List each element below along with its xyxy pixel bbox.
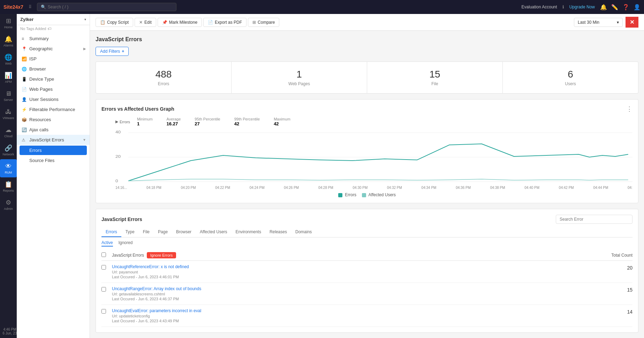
select-all-checkbox[interactable] [101, 252, 106, 257]
error-date-0: Last Occured - Jun 6, 2023 4:46:01 PM [112, 275, 179, 279]
nav-item-js-errors[interactable]: ⚠ JavaScript Errors ▼ [17, 135, 90, 145]
compare-button[interactable]: ⊞ Compare [248, 18, 279, 27]
nav-item-device-type[interactable]: 📱 Device Type [17, 74, 90, 84]
nav-item-filterable-perf[interactable]: ⚡ Filterable Performance [17, 104, 90, 115]
help-circle-icon[interactable]: ❓ [622, 4, 629, 10]
nav-item-user-sessions[interactable]: 👤 User Sessions [17, 94, 90, 104]
error-url-1: Url: getavailablescreens.cshtml [112, 292, 165, 296]
ignore-errors-button[interactable]: Ignore Errors [147, 252, 176, 258]
sidebar-item-rum[interactable]: 👁 RUM [0, 159, 17, 177]
resources-icon: 📦 [22, 117, 26, 122]
stat-minimum: Minimum 1 [137, 117, 153, 126]
sidebar-item-server[interactable]: 🖥 Server [0, 87, 17, 105]
errors-tabs: Errors Type File Page Browser Affected U… [101, 227, 632, 237]
stat-web-pages: 1 Web Pages [232, 62, 367, 93]
filterable-perf-icon: ⚡ [22, 107, 26, 112]
org-selector[interactable]: Zylker ▾ [17, 14, 90, 25]
copy-script-icon: 📋 [100, 20, 105, 25]
nav-item-web-pages[interactable]: 📄 Web Pages [17, 84, 90, 94]
tab-browser[interactable]: Browser [172, 227, 196, 237]
tab-environments[interactable]: Environments [232, 227, 265, 237]
js-errors-icon: ⚠ [22, 138, 26, 142]
sidebar-item-cloud[interactable]: ☁ Cloud [0, 123, 17, 141]
edit-button[interactable]: ✕ Edit [135, 18, 156, 27]
notification-icon[interactable]: 🔔 [600, 4, 607, 10]
nav-item-summary[interactable]: ≡ Summary [17, 34, 90, 44]
row-checkbox-1[interactable] [101, 287, 106, 292]
status-ignored-button[interactable]: Ignored [119, 240, 133, 247]
mark-milestone-button[interactable]: 📌 Mark Milestone [158, 18, 202, 27]
sidebar-item-network[interactable]: 🔗 Network [0, 141, 17, 159]
org-selector-name: Zylker [20, 17, 33, 22]
app-name-highlight: 24x7 [13, 4, 23, 10]
filter-bar: Add Filters + [96, 47, 638, 56]
user-sessions-icon: 👤 [22, 97, 26, 102]
nav-sub-source-files[interactable]: Source Files [17, 156, 90, 165]
sidebar-item-vmware[interactable]: 🖧 VMware [0, 105, 17, 123]
tab-domains[interactable]: Domains [291, 227, 316, 237]
nav-tag: No Tags Added 🏷 [17, 25, 90, 34]
main-content: 📋 Copy Script ✕ Edit 📌 Mark Milestone 📄 … [90, 14, 644, 338]
nav-item-ajax-calls[interactable]: 🔄 Ajax calls [17, 125, 90, 135]
geographic-icon: 📍 [22, 46, 26, 51]
add-filters-button[interactable]: Add Filters + [96, 47, 129, 56]
error-link-0[interactable]: UncaughtReferenceError: x is not defined [112, 264, 189, 269]
sidebar-item-reports[interactable]: 📋 Reports [0, 177, 17, 196]
stats-row: 488 Errors 1 Web Pages 15 File 6 Users [96, 61, 638, 94]
nav-sub-errors[interactable]: Errors [20, 146, 87, 155]
tab-file[interactable]: File [139, 227, 154, 237]
sidebar-item-web[interactable]: 🌐 Web [0, 50, 17, 68]
row-checkbox-0[interactable] [101, 265, 106, 270]
search-input[interactable] [48, 5, 173, 9]
tab-releases[interactable]: Releases [265, 227, 291, 237]
row-checkbox-2[interactable] [101, 309, 106, 314]
status-active-button[interactable]: Active [101, 240, 113, 247]
error-link-1[interactable]: UncaughtRangeError: Array index out of b… [112, 286, 201, 291]
error-search-input[interactable] [556, 215, 632, 224]
user-avatar[interactable]: 👤 [634, 4, 641, 10]
nav-item-resources[interactable]: 📦 Resources [17, 115, 90, 125]
summary-icon: ≡ [22, 36, 26, 41]
web-icon: 🌐 [5, 53, 12, 61]
graph-title: Errors vs Affected Users Graph [101, 106, 174, 112]
org-name: Evaluation Account [522, 5, 557, 9]
error-count-2: 14 [591, 308, 632, 315]
close-button[interactable]: ✕ [626, 17, 638, 28]
copy-script-button[interactable]: 📋 Copy Script [96, 18, 133, 27]
errors-col-header: JavaScript Errors [112, 253, 144, 258]
geographic-arrow-icon: ▶ [83, 47, 86, 51]
sidebar-item-apm[interactable]: 📊 APM [0, 68, 17, 87]
server-icon: 🖥 [5, 90, 12, 97]
nav-item-isp[interactable]: 📶 ISP [17, 54, 90, 64]
rum-icon: 👁 [5, 163, 12, 170]
tab-page[interactable]: Page [154, 227, 172, 237]
chart-legend: Errors Affected Users [101, 192, 632, 197]
tab-affected-users[interactable]: Affected Users [196, 227, 231, 237]
graph-menu-icon[interactable]: ⋮ [626, 105, 632, 113]
total-count-header: Total Count [591, 253, 632, 258]
nav-item-geographic[interactable]: 📍 Geographic ▶ [17, 44, 90, 54]
upgrade-button[interactable]: Upgrade Now [569, 5, 595, 9]
error-link-2[interactable]: UncaughtEvalError: parameters incorrect … [112, 308, 201, 313]
edit-icon[interactable]: ✏️ [611, 4, 618, 10]
nav-item-browser[interactable]: 🌐 Browser [17, 64, 90, 74]
sidebar-item-admin[interactable]: ⚙ Admin [0, 196, 17, 214]
sidebar-item-alarms[interactable]: 🔔 Alarms [0, 32, 17, 50]
sidebar-item-home[interactable]: ⊞ Home [0, 14, 17, 32]
search-bar[interactable]: 🔍 [37, 3, 176, 11]
errors-section: JavaScript Errors Errors Type File Page … [96, 209, 638, 333]
add-filter-icon: + [122, 49, 124, 54]
stat-users: 6 Users [503, 62, 638, 93]
error-url-0: Url: payamount [112, 270, 138, 274]
time-range-selector[interactable]: Last 30 Min ▾ [574, 18, 623, 27]
compare-icon: ⊞ [252, 20, 256, 25]
milestone-icon: 📌 [162, 20, 167, 25]
legend-affected-users-color [362, 193, 366, 197]
topbar-icons: 🔔 ✏️ ❓ 👤 [600, 4, 641, 10]
tab-type[interactable]: Type [121, 227, 139, 237]
error-date-2: Last Occured - Jun 6, 2023 4:43:49 PM [112, 319, 179, 323]
tab-errors[interactable]: Errors [101, 227, 121, 237]
ajax-calls-icon: 🔄 [22, 127, 26, 132]
error-count-0: 20 [591, 264, 632, 271]
export-pdf-button[interactable]: 📄 Export as PDF [203, 18, 247, 27]
